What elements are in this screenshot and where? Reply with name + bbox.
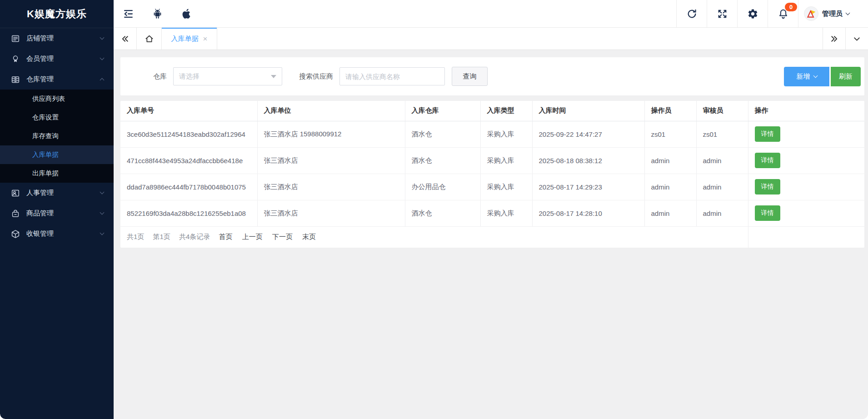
chevron-up-icon — [100, 78, 105, 83]
user-menu[interactable]: 管理员 — [798, 0, 868, 27]
android-button[interactable] — [147, 4, 167, 24]
pagination-row: 共1页 第1页 共4条记录 首页 上一页 下一页 末页 — [120, 226, 864, 248]
select-placeholder: 请选择 — [179, 72, 200, 81]
table-cell: admin — [696, 174, 748, 200]
table-cell: zs01 — [644, 121, 696, 147]
home-tab-button[interactable] — [137, 28, 162, 50]
home-icon — [145, 34, 154, 44]
shop-doc-icon — [11, 34, 20, 43]
table-cell: 采购入库 — [480, 121, 532, 147]
caret-down-icon — [271, 75, 276, 78]
table-cell: 张三酒水店 — [257, 200, 405, 226]
notification-badge: 0 — [785, 3, 797, 11]
col-warehouse: 入库仓库 — [405, 101, 480, 121]
table-cell: admin — [696, 200, 748, 226]
member-medal-icon — [11, 55, 20, 64]
sidebar-submenu-warehouse: 供应商列表 仓库设置 库存查询 入库单据 出库单据 — [0, 90, 114, 183]
avatar-logo-icon — [806, 8, 817, 20]
hr-people-icon — [11, 189, 20, 198]
first-page-link[interactable]: 首页 — [219, 233, 233, 240]
fullscreen-button[interactable] — [707, 0, 737, 27]
product-bag-icon — [11, 209, 20, 218]
gear-icon — [747, 8, 758, 20]
sidebar-item-label: 会员管理 — [26, 55, 100, 63]
settings-button[interactable] — [737, 0, 768, 27]
double-chevron-right-icon — [829, 34, 839, 44]
table-cell: zs01 — [696, 121, 748, 147]
sidebar-item-supplier-list[interactable]: 供应商列表 — [0, 90, 114, 108]
tabs-scroll-right-button[interactable] — [823, 28, 845, 50]
table-cell: admin — [696, 147, 748, 174]
col-type: 入库类型 — [480, 101, 532, 121]
table-cell: 3ce60d3e5112454183eabd302af12964 — [120, 121, 257, 147]
table-cell: admin — [644, 147, 696, 174]
actions-cell: 详情 — [748, 174, 864, 200]
sidebar-item-cashier-mgmt[interactable]: 收银管理 — [0, 224, 114, 244]
table-cell: 办公用品仓 — [405, 174, 480, 200]
sidebar-item-inbound-orders[interactable]: 入库单据 — [0, 145, 114, 164]
detail-button[interactable]: 详情 — [755, 205, 780, 221]
detail-button[interactable]: 详情 — [755, 179, 780, 195]
col-auditor: 审核员 — [696, 101, 748, 121]
col-operator: 操作员 — [644, 101, 696, 121]
close-tab-icon[interactable]: × — [203, 35, 208, 43]
table-row: 3ce60d3e5112454183eabd302af12964张三酒水店 15… — [120, 121, 864, 147]
collapse-sidebar-icon — [123, 8, 134, 20]
detail-button[interactable]: 详情 — [755, 153, 780, 168]
total-pages: 共1页 — [127, 233, 144, 240]
query-button[interactable]: 查询 — [452, 67, 488, 86]
sidebar-item-member-mgmt[interactable]: 会员管理 — [0, 49, 114, 69]
filter-bar: 仓库 请选择 搜索供应商 查询 新增 刷新 — [120, 57, 864, 95]
chevron-down-icon — [852, 34, 862, 44]
fullscreen-icon — [717, 8, 728, 20]
user-name: 管理员 — [822, 10, 843, 18]
col-order-no: 入库单号 — [120, 101, 257, 121]
supplier-search-label: 搜索供应商 — [299, 72, 333, 81]
total-records: 共4条记录 — [179, 233, 210, 240]
notifications-button[interactable]: 0 — [768, 0, 798, 27]
header: 0 管理员 — [114, 0, 868, 28]
table-cell: 采购入库 — [480, 147, 532, 174]
sidebar-item-hr-mgmt[interactable]: 人事管理 — [0, 183, 114, 203]
tabs-scroll-left-button[interactable] — [114, 28, 137, 50]
header-left — [114, 0, 205, 27]
table-cell: 2025-08-18 08:38:12 — [532, 147, 644, 174]
header-right: 0 管理员 — [676, 0, 868, 27]
refresh-list-button[interactable]: 刷新 — [831, 67, 861, 86]
avatar — [804, 6, 818, 21]
last-page-link[interactable]: 末页 — [302, 233, 316, 240]
table-row: 471cc88f443e4953a24dfaccbb6e418e张三酒水店酒水仓… — [120, 147, 864, 174]
main-area: 0 管理员 入库单据 × — [114, 0, 868, 419]
table-cell: ddad7a8986ec444fb7178b0048b01075 — [120, 174, 257, 200]
sidebar-menu: 店铺管理 会员管理 仓库管理 供应商列表 仓库设置 库存查询 — [0, 28, 114, 244]
table-cell: 酒水仓 — [405, 200, 480, 226]
current-page: 第1页 — [153, 233, 170, 240]
chevron-down-icon — [813, 73, 818, 78]
sidebar-item-warehouse-settings[interactable]: 仓库设置 — [0, 108, 114, 127]
table-cell: 471cc88f443e4953a24dfaccbb6e418e — [120, 147, 257, 174]
tab-inbound-orders[interactable]: 入库单据 × — [162, 28, 217, 50]
add-button[interactable]: 新增 — [784, 67, 829, 86]
refresh-page-button[interactable] — [676, 0, 707, 27]
next-page-link[interactable]: 下一页 — [272, 233, 293, 240]
apple-button[interactable] — [176, 4, 196, 24]
supplier-search-input[interactable] — [339, 67, 445, 85]
sidebar-item-stock-query[interactable]: 库存查询 — [0, 127, 114, 145]
tabs-dropdown-button[interactable] — [845, 28, 868, 50]
actions-cell: 详情 — [748, 121, 864, 147]
sidebar-item-warehouse-mgmt[interactable]: 仓库管理 — [0, 69, 114, 90]
warehouse-select[interactable]: 请选择 — [173, 67, 282, 85]
app-window: K娱魔方娱乐 店铺管理 会员管理 仓库管理 — [0, 0, 868, 419]
tab-label: 入库单据 — [171, 35, 199, 43]
table-cell: 酒水仓 — [405, 147, 480, 174]
double-chevron-left-icon — [120, 34, 130, 44]
collapse-sidebar-button[interactable] — [118, 4, 138, 24]
actions-cell: 详情 — [748, 200, 864, 226]
prev-page-link[interactable]: 上一页 — [242, 233, 263, 240]
chevron-down-icon — [100, 56, 105, 60]
sidebar-item-shop-mgmt[interactable]: 店铺管理 — [0, 28, 114, 49]
sidebar-item-outbound-orders[interactable]: 出库单据 — [0, 164, 114, 183]
sidebar-item-label: 人事管理 — [26, 189, 100, 197]
detail-button[interactable]: 详情 — [755, 126, 780, 142]
sidebar-item-product-mgmt[interactable]: 商品管理 — [0, 203, 114, 224]
